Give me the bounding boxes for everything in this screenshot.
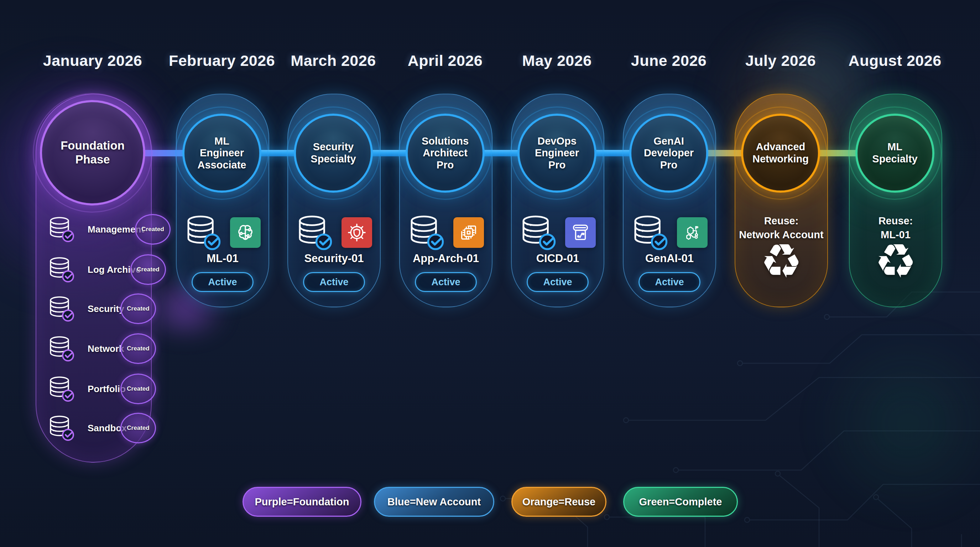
created-badge: Created <box>120 374 156 404</box>
database-check-icon <box>48 375 75 402</box>
account-row-portfolio: Portfolio Created <box>47 371 151 407</box>
circle-title: Solutions Architect Pro <box>415 135 476 171</box>
active-badge: Active <box>415 272 477 292</box>
created-badge: Created <box>120 333 156 364</box>
processor-chip-icon <box>453 217 484 248</box>
active-badge: Active <box>638 272 700 292</box>
database-check-icon <box>48 415 75 442</box>
month-label-august: August 2026 <box>816 52 973 70</box>
database-check-icon <box>48 335 75 362</box>
recycle-icon: ♻ <box>735 235 827 287</box>
security-gear-shield-icon <box>342 217 372 248</box>
roadmap-canvas: January 2026 February 2026 March 2026 Ap… <box>0 0 980 547</box>
circle-title: GenAI Developer Pro <box>638 135 699 171</box>
created-badge: Created <box>135 214 170 245</box>
milestone-circle-foundation: Foundation Phase <box>40 100 145 205</box>
database-check-icon <box>296 214 333 251</box>
icon-row <box>400 214 492 251</box>
circle-title: Security Specialty <box>303 141 364 165</box>
account-name: Portfolio <box>88 383 126 394</box>
account-id: GenAI-01 <box>624 252 716 265</box>
created-badge: Created <box>120 293 156 324</box>
database-check-icon <box>48 216 75 243</box>
milestone-circle-march: Security Specialty <box>294 114 373 192</box>
database-check-icon <box>520 214 557 251</box>
legend-purple-foundation: Purple=Foundation <box>242 487 361 517</box>
circle-title: Advanced Networking <box>750 141 811 165</box>
legend-green-complete: Green=Complete <box>623 487 738 517</box>
ml-brain-circuit-icon <box>230 217 261 248</box>
account-row-management: Management Created <box>47 211 151 247</box>
database-check-icon <box>48 256 75 283</box>
milestone-circle-july: Advanced Networking <box>741 114 820 192</box>
account-row-network: Network Created <box>47 331 151 366</box>
circle-title: ML Specialty <box>865 141 925 165</box>
account-id: App-Arch-01 <box>400 252 492 265</box>
milestone-circle-april: Solutions Architect Pro <box>406 114 485 192</box>
milestone-circle-february: ML Engineer Associate <box>182 114 261 192</box>
database-check-icon <box>632 214 668 251</box>
icon-row <box>177 214 269 251</box>
circle-title: DevOps Engineer Pro <box>527 135 587 171</box>
green-corner-glow <box>794 331 980 516</box>
database-check-icon <box>48 295 75 322</box>
created-badge: Created <box>130 254 166 285</box>
code-build-icon <box>565 217 596 248</box>
active-badge: Active <box>527 272 589 292</box>
database-check-icon <box>408 214 445 251</box>
created-badge: Created <box>120 413 156 444</box>
account-row-log-archive: Log Archive Created <box>47 252 151 288</box>
svg-text:P: P <box>695 225 698 231</box>
icon-row <box>512 214 604 251</box>
genai-hexagon-icon: P <box>677 217 708 248</box>
account-id: Security-01 <box>288 252 380 265</box>
recycle-icon: ♻ <box>850 235 942 287</box>
active-badge: Active <box>192 272 253 292</box>
account-name: Security <box>88 304 124 315</box>
legend-orange-reuse: Orange=Reuse <box>511 487 606 517</box>
account-row-sandbox: Sandbox Created <box>47 410 151 446</box>
milestone-circle-august: ML Specialty <box>855 114 934 192</box>
account-row-security: Security Created <box>47 291 151 326</box>
milestone-circle-june: GenAI Developer Pro <box>629 114 708 192</box>
account-id: ML-01 <box>177 252 269 265</box>
legend-blue-new-account: Blue=New Account <box>374 487 494 517</box>
account-id: CICD-01 <box>512 252 604 265</box>
circle-title: ML Engineer Associate <box>192 135 252 171</box>
icon-row: P <box>624 214 716 251</box>
circle-title: Foundation Phase <box>52 139 133 167</box>
icon-row <box>288 214 380 251</box>
database-check-icon <box>185 214 221 251</box>
active-badge: Active <box>303 272 365 292</box>
milestone-circle-may: DevOps Engineer Pro <box>517 114 597 192</box>
account-name: Network <box>88 343 124 355</box>
